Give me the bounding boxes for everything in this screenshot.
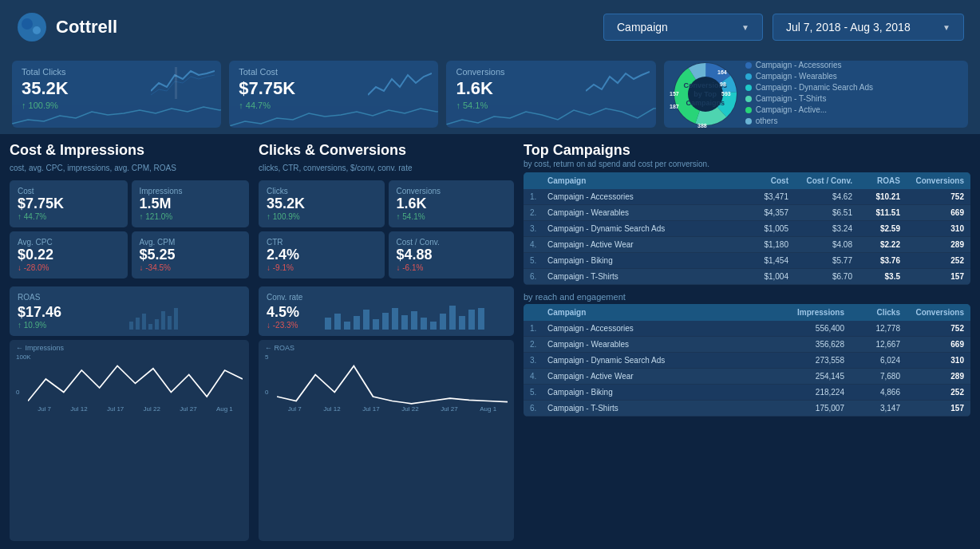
- stat-roas: ROAS $17.46 ↑ 10.9%: [10, 286, 249, 336]
- stat-conv-rate: Conv. rate 4.5% ↓ -23.3%: [259, 286, 514, 336]
- clicks-conversions-subtitle: clicks, CTR, conversions, $/conv, conv. …: [259, 164, 514, 172]
- cost-impressions-subtitle: cost, avg. CPC, impressions, avg. CPM, R…: [10, 164, 249, 172]
- clicks-conversions-panel: Clicks & Conversions clicks, CTR, conver…: [259, 142, 514, 541]
- stat-impressions: Impressions 1.5M ↑ 121.0%: [132, 180, 250, 227]
- table-row: 6. Campaign - T-Shirts $1,004 $6.70 $3.5…: [524, 269, 970, 285]
- stat-ctr-change: ↓ -9.1%: [267, 263, 377, 272]
- roas-x-labels: Jul 7Jul 12Jul 17Jul 22Jul 27Aug 1: [277, 405, 508, 413]
- stat-cost-conv: Cost / Conv. $4.88 ↓ -6.1%: [389, 231, 515, 278]
- stat-conv-rate-label: Conv. rate: [267, 293, 506, 302]
- stat-cost-conv-value: $4.88: [397, 247, 507, 263]
- svg-rect-29: [354, 316, 360, 330]
- table-row: 2. Campaign - Wearables $4,357 $6.51 $11…: [524, 205, 970, 221]
- svg-rect-33: [392, 308, 398, 330]
- stat-conv-label: Conversions: [397, 187, 507, 196]
- roas-y-zero: 0: [265, 389, 268, 396]
- stat-avg-cpc-change: ↓ -28.0%: [18, 263, 120, 272]
- conversions-card: Conversions 1.6K ↑ 54.1%: [446, 61, 655, 128]
- legend-dot-others: [745, 118, 752, 124]
- svg-rect-41: [468, 310, 475, 330]
- cost-impressions-panel: Cost & Impressions cost, avg. CPC, impre…: [10, 142, 249, 541]
- svg-rect-3: [175, 67, 177, 99]
- stat-clicks-change: ↑ 100.9%: [267, 212, 377, 221]
- impressions-chart-section: ← Impressions 100K 0 Jul 7Jul 12Jul 17Ju…: [10, 340, 249, 541]
- stat-ctr: CTR 2.4% ↓ -9.1%: [259, 231, 385, 278]
- svg-rect-28: [344, 322, 350, 330]
- stat-impressions-change: ↑ 121.0%: [140, 212, 242, 221]
- svg-text:164: 164: [717, 69, 727, 75]
- engagement-table-header: Campaign Impressions Clicks Conversions: [524, 304, 970, 321]
- date-range-dropdown[interactable]: Jul 7, 2018 - Aug 3, 2018 ▼: [773, 14, 964, 41]
- legend-item-dynamic: Campaign - Dynamic Search Ads: [745, 83, 873, 92]
- svg-text:187: 187: [670, 104, 679, 109]
- main-content: Cost & Impressions cost, avg. CPC, impre…: [0, 134, 980, 549]
- conv-rate-bar-mini: [303, 302, 506, 330]
- stat-avg-cpm-label: Avg. CPM: [140, 238, 242, 247]
- top-campaigns-title: Top Campaigns: [524, 142, 970, 159]
- total-cost-card: Total Cost $7.75K ↑ 44.7%: [229, 61, 438, 128]
- table-row: 3. Campaign - Dynamic Search Ads 273,558…: [524, 353, 970, 369]
- stat-avg-cpm: Avg. CPM $5.25 ↓ -34.5%: [132, 231, 250, 278]
- stat-avg-cpc: Avg. CPC $0.22 ↓ -28.0%: [10, 231, 128, 278]
- stat-cost-label: Cost: [18, 187, 120, 196]
- svg-point-0: [18, 13, 46, 41]
- roas-y-label: 5: [265, 353, 268, 361]
- legend-item-tshirts: Campaign - T-Shirts: [745, 94, 873, 103]
- legend-dot-dynamic: [745, 85, 752, 91]
- logo-icon: [16, 11, 48, 43]
- cost-impressions-stats: Cost $7.75K ↑ 44.7% Impressions 1.5M ↑ 1…: [10, 180, 249, 278]
- stat-conv-change: ↑ 54.1%: [397, 212, 507, 221]
- stat-impressions-label: Impressions: [140, 187, 242, 196]
- top-campaigns-subtitle: by cost, return on ad spend and cost per…: [524, 160, 970, 168]
- header: Cottrell Campaign ▼ Jul 7, 2018 - Aug 3,…: [0, 0, 980, 54]
- svg-text:593: 593: [721, 91, 731, 97]
- total-clicks-line: [12, 104, 221, 128]
- roas-chart-label: ← ROAS: [265, 344, 294, 352]
- svg-rect-32: [382, 313, 389, 330]
- svg-rect-21: [148, 324, 152, 330]
- svg-rect-19: [136, 318, 140, 330]
- table-row: 1. Campaign - Accessories $3,471 $4.62 $…: [524, 189, 970, 205]
- stat-cost-conv-label: Cost / Conv.: [397, 238, 507, 247]
- stat-conv-rate-change: ↓ -23.3%: [267, 321, 299, 330]
- stat-cost-value: $7.75K: [18, 196, 120, 212]
- legend-dot-tshirts: [745, 96, 752, 102]
- stat-cost-conv-change: ↓ -6.1%: [397, 263, 507, 272]
- clicks-conversions-title: Clicks & Conversions: [259, 142, 514, 159]
- svg-rect-20: [142, 314, 146, 330]
- roas-line-svg: [277, 361, 508, 405]
- pie-legend: Campaign - Accessories Campaign - Wearab…: [745, 61, 873, 128]
- top-campaigns-panel: Top Campaigns by cost, return on ad spen…: [524, 142, 970, 541]
- legend-item-accessories: Campaign - Accessories: [745, 61, 873, 69]
- conversions-sparkline: [586, 67, 650, 99]
- svg-rect-36: [421, 318, 427, 330]
- total-cost-line: [229, 104, 438, 128]
- svg-rect-26: [325, 318, 331, 330]
- svg-rect-25: [174, 308, 178, 330]
- svg-text:388: 388: [697, 123, 707, 128]
- header-dropdowns: Campaign ▼ Jul 7, 2018 - Aug 3, 2018 ▼: [603, 14, 964, 41]
- svg-text:98: 98: [720, 81, 726, 87]
- campaign-dropdown[interactable]: Campaign ▼: [603, 14, 763, 41]
- legend-dot-accessories: [745, 62, 752, 69]
- chart-x-labels: Jul 7Jul 12Jul 17Jul 22Jul 27Aug 1: [28, 405, 243, 413]
- stat-cost-change: ↑ 44.7%: [18, 212, 120, 221]
- legend-dot-activewear: [745, 107, 752, 113]
- svg-point-2: [33, 26, 41, 34]
- table-row: 3. Campaign - Dynamic Search Ads $1,005 …: [524, 221, 970, 237]
- table-row: 1. Campaign - Accessories 556,400 12,778…: [524, 321, 970, 337]
- svg-rect-27: [334, 314, 341, 330]
- total-cost-sparkline: [368, 67, 432, 99]
- svg-rect-38: [440, 314, 446, 330]
- stat-clicks: Clicks 35.2K ↑ 100.9%: [259, 180, 385, 227]
- cost-table-header: Campaign Cost Cost / Conv. ROAS Conversi…: [524, 172, 970, 189]
- svg-rect-31: [373, 319, 379, 330]
- svg-rect-39: [449, 306, 456, 330]
- clicks-conversions-stats: Clicks 35.2K ↑ 100.9% Conversions 1.6K ↑…: [259, 180, 514, 278]
- stat-clicks-label: Clicks: [267, 187, 377, 196]
- svg-text:157: 157: [670, 91, 679, 97]
- stat-avg-cpc-label: Avg. CPC: [18, 238, 120, 247]
- engagement-section-label: by reach and engagement: [524, 290, 970, 304]
- svg-rect-40: [459, 316, 465, 330]
- cost-impressions-title: Cost & Impressions: [10, 142, 249, 159]
